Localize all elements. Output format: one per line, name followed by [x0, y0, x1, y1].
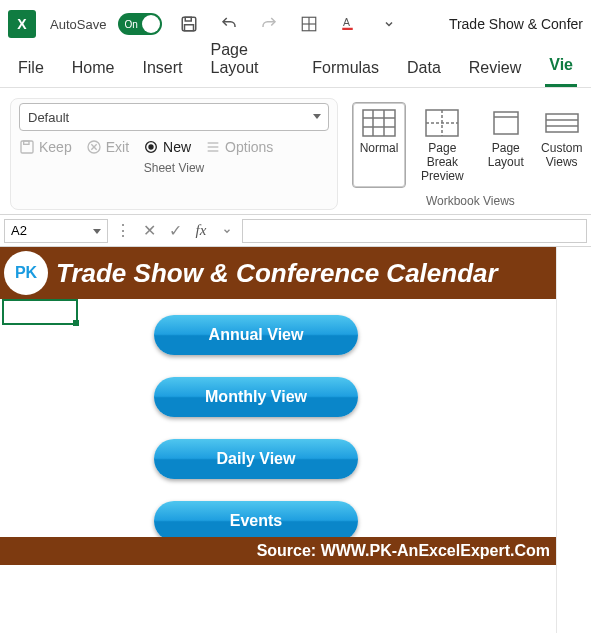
logo-icon: PK	[4, 251, 48, 295]
enter-icon[interactable]: ✓	[164, 220, 186, 242]
customize-qat-icon[interactable]	[376, 11, 402, 37]
undo-icon[interactable]	[216, 11, 242, 37]
tab-file[interactable]: File	[14, 53, 48, 87]
borders-icon[interactable]	[296, 11, 322, 37]
formula-bar: A2 ⋮ ✕ ✓ fx	[0, 215, 591, 247]
daily-view-button[interactable]: Daily View	[154, 439, 358, 479]
group-workbook-views: Normal Page Break Preview Page Layout Cu…	[344, 98, 591, 210]
source-bar: Source: WWW.PK-AnExcelExpert.Com	[0, 537, 556, 565]
fx-dropdown-icon[interactable]	[216, 220, 238, 242]
keep-label: Keep	[39, 139, 72, 155]
svg-point-14	[149, 145, 153, 149]
page-break-label: Page Break Preview	[417, 141, 468, 183]
svg-rect-28	[546, 114, 578, 132]
name-box[interactable]: A2	[4, 219, 108, 243]
options-label: Options	[225, 139, 273, 155]
autosave-toggle[interactable]: On	[118, 13, 162, 35]
ribbon: Keep Exit New Options Sheet View	[0, 88, 591, 215]
tab-page-layout[interactable]: Page Layout	[206, 35, 288, 87]
workbook-views-group-label: Workbook Views	[426, 194, 515, 208]
options-button[interactable]: Options	[205, 139, 273, 155]
page-layout-button[interactable]: Page Layout	[479, 102, 533, 188]
tab-review[interactable]: Review	[465, 53, 525, 87]
fx-icon[interactable]: fx	[190, 220, 212, 242]
custom-views-button[interactable]: Custom Views	[535, 102, 589, 188]
formula-input[interactable]	[242, 219, 587, 243]
name-box-value: A2	[11, 223, 27, 238]
annual-view-button[interactable]: Annual View	[154, 315, 358, 355]
svg-rect-18	[363, 110, 395, 136]
tab-view[interactable]: Vie	[545, 50, 577, 87]
tab-insert[interactable]: Insert	[138, 53, 186, 87]
cancel-icon[interactable]: ✕	[138, 220, 160, 242]
sheet-view-select-wrap	[19, 103, 329, 131]
font-color-icon[interactable]: A	[336, 11, 362, 37]
autosave-state: On	[124, 19, 137, 30]
tab-home[interactable]: Home	[68, 53, 119, 87]
title-bar: X AutoSave On A Trade Show & Confer	[0, 0, 591, 48]
monthly-view-button[interactable]: Monthly View	[154, 377, 358, 417]
excel-app-icon: X	[8, 10, 36, 38]
keep-button[interactable]: Keep	[19, 139, 72, 155]
sheet-view-select[interactable]	[19, 103, 329, 131]
exit-label: Exit	[106, 139, 129, 155]
svg-rect-1	[186, 17, 192, 21]
sheet-view-group-label: Sheet View	[144, 161, 205, 175]
banner-title: Trade Show & Conference Calendar	[0, 247, 556, 299]
grid-edge	[556, 247, 591, 633]
custom-views-label: Custom Views	[541, 141, 582, 169]
svg-text:A: A	[343, 16, 350, 28]
svg-rect-7	[343, 28, 354, 30]
document-title: Trade Show & Confer	[449, 16, 583, 32]
worksheet-area: Trade Show & Conference Calendar PK Annu…	[0, 247, 591, 299]
autosave-label: AutoSave	[50, 17, 106, 32]
svg-rect-26	[494, 112, 518, 134]
new-label: New	[163, 139, 191, 155]
svg-rect-9	[24, 141, 29, 144]
save-icon[interactable]	[176, 11, 202, 37]
exit-button[interactable]: Exit	[86, 139, 129, 155]
svg-rect-8	[21, 141, 33, 153]
new-button[interactable]: New	[143, 139, 191, 155]
selected-cell-a2[interactable]	[2, 299, 78, 325]
ribbon-tabs: File Home Insert Page Layout Formulas Da…	[0, 48, 591, 88]
tab-formulas[interactable]: Formulas	[308, 53, 383, 87]
tab-data[interactable]: Data	[403, 53, 445, 87]
nav-buttons: Annual View Monthly View Daily View Even…	[154, 315, 358, 541]
redo-icon[interactable]	[256, 11, 282, 37]
group-sheet-view: Keep Exit New Options Sheet View	[10, 98, 338, 210]
toggle-knob	[142, 15, 160, 33]
page-layout-label: Page Layout	[488, 141, 524, 169]
more-icon[interactable]: ⋮	[112, 220, 134, 242]
normal-label: Normal	[360, 141, 399, 155]
normal-view-button[interactable]: Normal	[352, 102, 406, 188]
page-break-preview-button[interactable]: Page Break Preview	[408, 102, 477, 188]
events-button[interactable]: Events	[154, 501, 358, 541]
svg-rect-2	[185, 25, 194, 31]
